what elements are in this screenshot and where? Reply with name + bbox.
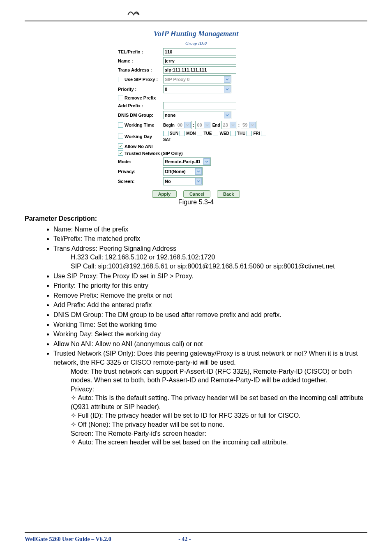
chevron-down-icon	[224, 76, 231, 83]
day-wed-checkbox[interactable]	[213, 131, 218, 136]
working-time-checkbox[interactable]	[118, 123, 123, 128]
mode-label: Mode:	[118, 159, 163, 164]
list-item: DNIS DM Group: The DM group to be used a…	[53, 310, 367, 319]
working-day-label: Working Day	[118, 134, 163, 139]
page-number: - 42 -	[178, 536, 191, 542]
priority-select[interactable]: 0	[163, 85, 231, 93]
list-item: Trans Address: Peering Signaling Address…	[53, 244, 367, 271]
trans-address-label: Trans Address :	[118, 67, 163, 72]
list-item: Working Time: Set the working time	[53, 320, 367, 329]
list-item: Allow No ANI: Allow no ANI (anonymous ca…	[53, 340, 367, 349]
list-item: Add Prefix: Add the entered prefix	[53, 301, 367, 310]
list-item: Priority: The priority for this entry	[53, 281, 367, 290]
mode-select[interactable]: Remote-Party-ID	[163, 157, 211, 166]
end-min-select[interactable]: 59	[241, 121, 256, 129]
begin-hour-select[interactable]: 00	[176, 121, 191, 129]
day-fri-checkbox[interactable]	[247, 131, 252, 136]
privacy-select[interactable]: Off(None)	[163, 167, 203, 176]
back-button[interactable]: Back	[217, 190, 240, 198]
day-tue-checkbox[interactable]	[197, 131, 202, 136]
allow-no-ani-label: ✓ Allow No ANI	[118, 143, 153, 149]
day-thu-checkbox[interactable]	[231, 131, 236, 136]
list-item: Remove Prefix: Remove the prefix or not	[53, 291, 367, 300]
panel-title: VoIP Hunting Management	[118, 30, 274, 38]
name-label: Name :	[118, 58, 163, 63]
use-sip-proxy-label: Use SIP Proxy :	[118, 77, 163, 82]
begin-label: Begin	[163, 123, 175, 127]
day-thu: THU	[237, 131, 246, 136]
cancel-button[interactable]: Cancel	[183, 190, 210, 198]
priority-label: Priority :	[118, 87, 163, 92]
name-input[interactable]: jerry	[163, 57, 236, 65]
chevron-down-icon	[230, 122, 236, 128]
apply-button[interactable]: Apply	[152, 190, 177, 198]
screen-label: Screen:	[118, 179, 163, 184]
trans-address-input[interactable]: sip:111.111.111.111	[163, 66, 236, 74]
add-prefix-input[interactable]	[163, 102, 236, 109]
use-sip-proxy-checkbox[interactable]	[118, 77, 123, 82]
list-item: Tel/Prefix: The matched prefix	[53, 234, 367, 243]
chevron-down-icon	[184, 122, 191, 128]
chevron-down-icon	[249, 122, 256, 128]
chevron-down-icon	[204, 122, 210, 128]
end-label: End	[212, 123, 220, 127]
day-sun-checkbox[interactable]	[163, 131, 168, 136]
day-mon: MON	[186, 131, 196, 136]
chevron-down-icon	[195, 168, 202, 175]
tel-prefix-input[interactable]: 110	[163, 48, 236, 56]
list-item: Name: Name of the prefix	[53, 225, 367, 234]
day-sun: SUN	[170, 131, 178, 136]
working-time-label: Working Time	[118, 123, 163, 128]
screen-select[interactable]: No	[163, 177, 203, 185]
parameter-heading: Parameter Description:	[25, 214, 367, 223]
day-sat: SAT	[163, 137, 171, 142]
logo-icon	[127, 8, 140, 18]
privacy-label: Privacy:	[118, 169, 163, 174]
begin-min-select[interactable]: 00	[195, 121, 211, 129]
footer-title: WellGate 5260 User Guide – V6.2.0	[25, 536, 111, 542]
chevron-down-icon	[195, 178, 202, 185]
voip-hunting-panel: VoIP Hunting Management Group ID:0 TEL/P…	[118, 30, 274, 206]
group-id-label: Group ID:0	[118, 41, 274, 46]
end-hour-select[interactable]: 23	[221, 121, 237, 129]
figure-caption: Figure 5.3-4	[118, 199, 274, 206]
chevron-down-icon	[224, 86, 231, 92]
trusted-network-checkbox[interactable]: ✓	[118, 150, 123, 156]
day-tue: TUE	[203, 131, 212, 136]
tel-prefix-label: TEL/Prefix :	[118, 49, 163, 54]
chevron-down-icon	[224, 112, 231, 118]
day-wed: WED	[219, 131, 229, 136]
day-fri: FRI	[253, 131, 260, 136]
remove-prefix-label: Remove Prefix	[118, 95, 163, 100]
dnis-dm-select[interactable]: none	[163, 111, 231, 119]
use-sip-proxy-select[interactable]: SIP Proxy 0	[163, 75, 231, 83]
trusted-network-label: ✓ Trusted Network (SIP Only)	[118, 150, 183, 156]
dnis-dm-label: DNIS DM Group:	[118, 113, 163, 118]
working-day-checkbox[interactable]	[118, 134, 123, 139]
chevron-down-icon	[203, 158, 210, 165]
add-prefix-label: Add Prefix :	[118, 103, 163, 108]
remove-prefix-checkbox[interactable]	[118, 95, 123, 100]
list-item: Trusted Network (SIP Only): Does this pe…	[53, 349, 367, 447]
day-sat-checkbox[interactable]	[261, 131, 266, 136]
allow-no-ani-checkbox[interactable]: ✓	[118, 143, 123, 149]
list-item: Use SIP Proxy: The Proxy ID set in SIP >…	[53, 272, 367, 281]
day-mon-checkbox[interactable]	[180, 131, 185, 136]
list-item: Working Day: Select the working day	[53, 330, 367, 339]
